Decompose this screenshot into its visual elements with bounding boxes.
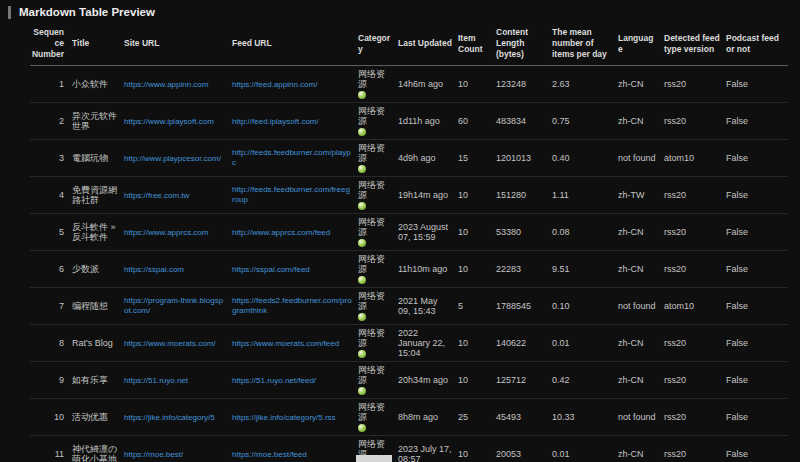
- cell-text: 1d11h ago: [398, 116, 440, 126]
- category-label: 网络资源: [358, 180, 392, 200]
- cell-item_count: 15: [458, 140, 496, 177]
- site-link[interactable]: https://www.appinn.com: [124, 80, 208, 90]
- category-label: 网络资源: [358, 328, 392, 348]
- site-link[interactable]: https://program-think.blogspot.com/: [124, 296, 226, 316]
- cell-feed_url: http://feed.iplaysoft.com/: [232, 103, 358, 140]
- feeds-table: Sequence NumberTitleSite URLFeed URLCate…: [30, 22, 788, 462]
- cell-text: rss20: [664, 449, 686, 459]
- cell-item_count: 5: [458, 288, 496, 325]
- cell-text: 53380: [496, 227, 521, 237]
- cell-text: 0.10: [552, 301, 570, 311]
- cell-text: 9.51: [552, 264, 570, 274]
- column-header-content_length: Content Length (bytes): [496, 22, 552, 66]
- cell-last_updated: 2023 August 07, 15:59: [398, 214, 458, 251]
- cell-podcast: False: [726, 177, 788, 214]
- feed-link[interactable]: http://www.apprcs.com/feed: [232, 228, 330, 238]
- feed-link[interactable]: http://feed.iplaysoft.com/: [232, 117, 319, 127]
- cell-text: 2022 January 22, 15:04: [398, 328, 445, 358]
- cell-title: 如有乐享: [72, 362, 124, 399]
- title-accent-bar: [8, 6, 11, 19]
- cell-language: zh-TW: [618, 177, 664, 214]
- category-label: 网络资源: [358, 217, 392, 237]
- cell-title: 電腦玩物: [72, 140, 124, 177]
- cell-text: rss20: [664, 227, 686, 237]
- cell-category: 网络资源: [358, 66, 398, 103]
- cell-text: zh-TW: [618, 190, 645, 200]
- cell-feed_type: rss20: [664, 251, 726, 288]
- cell-text: False: [726, 449, 748, 459]
- cell-feed_type: rss20: [664, 103, 726, 140]
- table-row: 4免費資源網路社群https://free.com.twhttp://feeds…: [30, 177, 788, 214]
- cell-content_length: 20053: [496, 436, 552, 462]
- cell-text: not found: [618, 412, 656, 422]
- cell-site_url: https://www.apprcs.com: [124, 214, 232, 251]
- feed-link[interactable]: https://www.moerats.com/feed: [232, 339, 339, 349]
- site-link[interactable]: https://sspai.com: [124, 265, 184, 275]
- site-link[interactable]: https://www.iplaysoft.com: [124, 117, 214, 127]
- column-header-mean_items: The mean number of items per day: [552, 22, 618, 66]
- horizontal-scrollbar-thumb[interactable]: [356, 455, 392, 462]
- feed-link[interactable]: https://sspai.com/feed: [232, 265, 310, 275]
- cell-text: rss20: [664, 338, 686, 348]
- site-link[interactable]: https://www.apprcs.com: [124, 228, 208, 238]
- cell-text: 1201013: [496, 153, 531, 163]
- cell-feed_url: https://feed.appinn.com/: [232, 66, 358, 103]
- feed-link[interactable]: https://jike.info/category/5.rss: [232, 413, 336, 423]
- table-row: 8Rat's Bloghttps://www.moerats.com/https…: [30, 325, 788, 362]
- site-link[interactable]: https://free.com.tw: [124, 191, 189, 201]
- table-row: 1小众软件https://www.appinn.comhttps://feed.…: [30, 66, 788, 103]
- cell-item_count: 10: [458, 436, 496, 462]
- cell-content_length: 483834: [496, 103, 552, 140]
- feed-link[interactable]: http://feeds.feedburner.com/freegroup: [232, 185, 352, 205]
- cell-feed_url: https://jike.info/category/5.rss: [232, 399, 358, 436]
- site-link[interactable]: https://www.moerats.com/: [124, 339, 216, 349]
- page-title: Markdown Table Preview: [19, 6, 155, 19]
- green-dot-icon: [358, 424, 366, 432]
- cell-text: 11: [55, 449, 64, 459]
- cell-language: zh-CN: [618, 251, 664, 288]
- cell-text: zh-CN: [618, 79, 644, 89]
- feed-link[interactable]: https://moe.best/feed: [232, 450, 307, 460]
- green-dot-icon: [358, 202, 366, 210]
- site-link[interactable]: http://www.playpcesor.com/: [124, 154, 221, 164]
- cell-feed_type: atom10: [664, 288, 726, 325]
- feed-link[interactable]: http://feeds.feedburner.com/playpc: [232, 148, 352, 168]
- cell-feed_type: rss20: [664, 66, 726, 103]
- feed-link[interactable]: https://feed.appinn.com/: [232, 80, 317, 90]
- cell-title: 活动优惠: [72, 399, 124, 436]
- feed-link[interactable]: https://51.ruyo.net/feed/: [232, 376, 316, 386]
- column-header-language: Language: [618, 22, 664, 66]
- cell-seq: 6: [30, 251, 72, 288]
- column-header-title: Title: [72, 22, 124, 66]
- cell-text: 483834: [496, 116, 526, 126]
- cell-mean_items: 0.10: [552, 288, 618, 325]
- cell-text: 4d9h ago: [398, 153, 436, 163]
- cell-feed_url: http://www.apprcs.com/feed: [232, 214, 358, 251]
- cell-category: 网络资源: [358, 288, 398, 325]
- cell-item_count: 10: [458, 325, 496, 362]
- cell-feed_type: atom10: [664, 140, 726, 177]
- green-dot-icon: [358, 128, 366, 136]
- cell-title: 少数派: [72, 251, 124, 288]
- cell-feed_url: https://moe.best/feed: [232, 436, 358, 462]
- cell-text: not found: [618, 301, 656, 311]
- site-link[interactable]: https://51.ruyo.net: [124, 376, 188, 386]
- cell-last_updated: 20h34m ago: [398, 362, 458, 399]
- cell-text: 151280: [496, 190, 526, 200]
- cell-text: False: [726, 79, 748, 89]
- category-label: 网络资源: [358, 402, 392, 422]
- site-link[interactable]: https://moe.best/: [124, 450, 183, 460]
- cell-language: zh-CN: [618, 66, 664, 103]
- cell-site_url: https://free.com.tw: [124, 177, 232, 214]
- cell-text: False: [726, 301, 748, 311]
- cell-text: 45493: [496, 412, 521, 422]
- cell-text: False: [726, 338, 748, 348]
- cell-text: 15: [458, 153, 468, 163]
- cell-last_updated: 1d11h ago: [398, 103, 458, 140]
- feed-link[interactable]: https://feeds2.feedburner.com/programthi…: [232, 296, 352, 316]
- cell-last_updated: 11h10m ago: [398, 251, 458, 288]
- site-link[interactable]: https://jike.info/category/5: [124, 413, 215, 423]
- cell-text: 11h10m ago: [398, 264, 447, 274]
- cell-content_length: 151280: [496, 177, 552, 214]
- cell-item_count: 25: [458, 399, 496, 436]
